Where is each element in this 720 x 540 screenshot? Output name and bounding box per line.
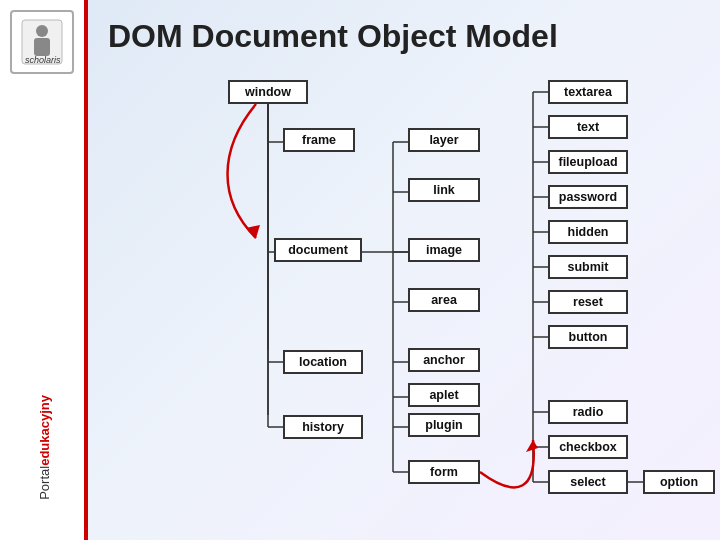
node-window: window (228, 80, 308, 104)
node-radio: radio (548, 400, 628, 424)
node-option: option (643, 470, 715, 494)
logo: scholaris (10, 10, 74, 74)
node-history: history (283, 415, 363, 439)
node-select: select (548, 470, 628, 494)
node-form: form (408, 460, 480, 484)
node-text: text (548, 115, 628, 139)
svg-text:scholaris: scholaris (25, 55, 61, 65)
node-image: image (408, 238, 480, 262)
node-area: area (408, 288, 480, 312)
node-document: document (274, 238, 362, 262)
svg-marker-37 (526, 440, 538, 452)
main-content: DOM Document Object Model (88, 0, 720, 540)
node-location: location (283, 350, 363, 374)
node-plugin: plugin (408, 413, 480, 437)
page-title: DOM Document Object Model (88, 0, 720, 65)
node-checkbox: checkbox (548, 435, 628, 459)
node-layer: layer (408, 128, 480, 152)
node-password: password (548, 185, 628, 209)
node-frame: frame (283, 128, 355, 152)
svg-point-1 (36, 25, 48, 37)
node-textarea: textarea (548, 80, 628, 104)
portal-label: Portal edukacyjny (0, 395, 88, 500)
node-aplet: aplet (408, 383, 480, 407)
sidebar: scholaris Portal edukacyjny (0, 0, 88, 540)
node-submit: submit (548, 255, 628, 279)
node-button: button (548, 325, 628, 349)
node-reset: reset (548, 290, 628, 314)
node-hidden: hidden (548, 220, 628, 244)
svg-marker-36 (246, 225, 260, 238)
node-anchor: anchor (408, 348, 480, 372)
node-fileupload: fileupload (548, 150, 628, 174)
dom-diagram: window frame document location history l… (98, 70, 708, 500)
node-link: link (408, 178, 480, 202)
svg-rect-2 (34, 38, 50, 56)
